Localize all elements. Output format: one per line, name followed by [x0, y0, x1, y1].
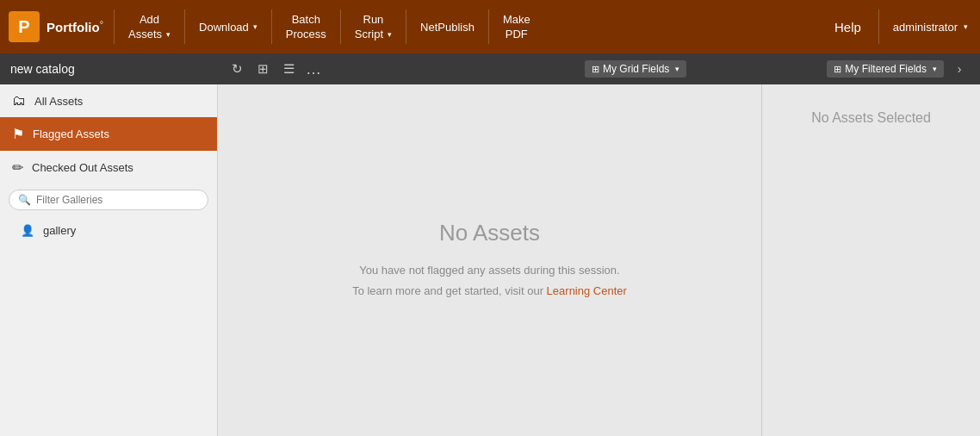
flag-icon: ⚑ [12, 126, 24, 142]
divider-6 [488, 9, 489, 44]
assets-sub-label: Assets [128, 28, 162, 40]
list-icon: ☰ [283, 61, 295, 77]
divider-1 [114, 9, 115, 44]
portfolio-label: Portfolio [47, 20, 100, 34]
grid-icon-small: ⊞ [592, 64, 599, 75]
toolbar: P Portfolio° Add Assets ▾ Download ▾ Bat… [0, 0, 980, 53]
netpublish-label: NetPublish [420, 21, 474, 34]
download-button[interactable]: Download ▾ [187, 0, 270, 53]
run-sub-label: Script [355, 28, 383, 40]
no-assets-description: You have not flagged any assets during t… [352, 260, 627, 301]
divider-7 [878, 9, 879, 44]
logo-icon: P [9, 11, 40, 42]
refresh-icon: ↻ [232, 61, 243, 77]
logo-sup: ° [100, 19, 103, 29]
admin-label: administrator [893, 21, 958, 34]
more-options-button[interactable]: … [302, 60, 325, 78]
batch-process-button[interactable]: Batch Process [274, 0, 338, 53]
batch-sub-label: Process [286, 28, 326, 40]
gallery-search-input[interactable] [36, 194, 199, 206]
no-assets-line-1: You have not flagged any assets during t… [352, 260, 627, 280]
grid-icon: ⊞ [257, 61, 269, 77]
checked-out-label: Checked Out Assets [32, 161, 133, 174]
grid-fields-chevron: ▾ [675, 65, 679, 73]
briefcase-icon: 🗂 [12, 93, 26, 109]
batch-label: Batch [292, 13, 320, 26]
pencil-icon: ✏ [12, 159, 23, 176]
sidebar: 🗂 All Assets ⚑ Flagged Assets ✏ Checked … [0, 84, 218, 436]
chevron-right-icon: › [958, 62, 962, 76]
make-label: Make [503, 13, 530, 26]
no-assets-selected-label: No Assets Selected [811, 110, 931, 126]
view-tools: ↻ ⊞ ☰ … ⊞ My Grid Fields ▾ [225, 57, 755, 81]
logo-text: Portfolio° [47, 19, 103, 34]
sec-bar-right: ⊞ My Filtered Fields ▾ › [755, 59, 973, 79]
add-assets-button[interactable]: Add Assets ▾ [116, 0, 183, 53]
filtered-fields-label: My Filtered Fields [845, 63, 927, 75]
run-script-button[interactable]: Run Script ▾ [343, 0, 404, 53]
filtered-fields-dropdown[interactable]: ⊞ My Filtered Fields ▾ [827, 60, 944, 78]
all-assets-label: All Assets [34, 95, 83, 108]
person-icon: 👤 [21, 224, 34, 237]
help-button[interactable]: Help [819, 0, 877, 53]
netpublish-button[interactable]: NetPublish [408, 0, 487, 53]
divider-4 [340, 9, 341, 44]
divider-3 [271, 9, 272, 44]
gallery-search[interactable]: 🔍 [9, 190, 208, 210]
sidebar-item-all-assets[interactable]: 🗂 All Assets [0, 84, 217, 117]
divider-2 [184, 9, 185, 44]
add-assets-row: Assets ▾ [128, 28, 171, 40]
download-label: Download [199, 21, 249, 34]
help-label: Help [834, 20, 861, 34]
add-label: Add [140, 13, 159, 26]
run-row: Script ▾ [355, 28, 392, 40]
gallery-label: gallery [43, 224, 76, 237]
sidebar-item-gallery[interactable]: 👤 gallery [0, 215, 217, 246]
secondary-bar: new catalog ↻ ⊞ ☰ … ⊞ My Grid Fields ▾ ⊞… [0, 53, 980, 84]
filtered-fields-chevron: ▾ [933, 65, 937, 73]
run-chevron: ▾ [388, 30, 392, 39]
admin-button[interactable]: administrator ▾ [881, 0, 980, 53]
app-logo: P Portfolio° [0, 11, 112, 42]
logo-letter: P [18, 17, 29, 37]
toolbar-right: Help administrator ▾ [819, 0, 980, 53]
no-assets-prefix: To learn more and get started, visit our [352, 284, 543, 297]
run-label: Run [363, 13, 384, 26]
refresh-button[interactable]: ↻ [225, 57, 249, 81]
sidebar-item-checked-out[interactable]: ✏ Checked Out Assets [0, 151, 217, 184]
main-layout: 🗂 All Assets ⚑ Flagged Assets ✏ Checked … [0, 84, 980, 436]
download-chevron: ▾ [253, 22, 257, 31]
download-row: Download ▾ [199, 21, 257, 34]
search-icon: 🔍 [18, 194, 31, 206]
right-panel: No Assets Selected [762, 84, 980, 436]
admin-chevron: ▾ [964, 22, 968, 31]
add-assets-chevron: ▾ [166, 30, 171, 39]
no-assets-title: No Assets [439, 220, 540, 246]
pdf-sub-label: PDF [506, 28, 528, 40]
grid-view-button[interactable]: ⊞ [251, 57, 275, 81]
divider-5 [406, 9, 406, 44]
content-area: No Assets You have not flagged any asset… [218, 84, 762, 436]
sidebar-item-flagged-assets[interactable]: ⚑ Flagged Assets [0, 117, 217, 151]
filter-icon: ⊞ [834, 64, 841, 75]
no-assets-line-2: To learn more and get started, visit our… [352, 281, 627, 301]
learning-center-link[interactable]: Learning Center [547, 284, 627, 297]
flagged-assets-label: Flagged Assets [33, 128, 109, 140]
make-pdf-button[interactable]: Make PDF [491, 0, 543, 53]
catalog-name: new catalog [7, 62, 225, 76]
grid-fields-label: My Grid Fields [603, 63, 669, 75]
list-view-button[interactable]: ☰ [276, 57, 301, 81]
expand-right-button[interactable]: › [949, 59, 970, 79]
grid-fields-dropdown[interactable]: ⊞ My Grid Fields ▾ [585, 60, 686, 78]
